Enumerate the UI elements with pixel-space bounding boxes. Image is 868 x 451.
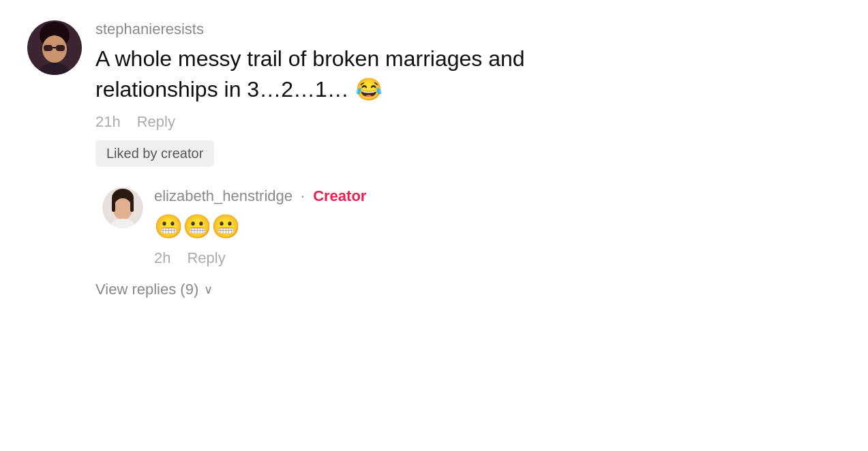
reply-button[interactable]: Reply bbox=[137, 113, 175, 131]
svg-point-9 bbox=[113, 198, 132, 220]
comment-text: A whole messy trail of broken marriages … bbox=[95, 44, 641, 105]
creator-badge: Creator bbox=[313, 187, 366, 205]
view-replies-text: View replies (9) bbox=[95, 281, 198, 298]
comment-thread: stephanieresists A whole messy trail of … bbox=[27, 20, 641, 305]
reply-meta: 2h Reply bbox=[154, 249, 641, 267]
view-replies-button[interactable]: View replies (9) ∨ bbox=[95, 281, 641, 298]
svg-rect-4 bbox=[56, 45, 65, 51]
reply-item: elizabeth_henstridge · Creator 😬😬😬 2h Re… bbox=[102, 187, 641, 268]
dot-separator: · bbox=[301, 187, 305, 205]
replies-section: elizabeth_henstridge · Creator 😬😬😬 2h Re… bbox=[95, 187, 641, 268]
main-comment: stephanieresists A whole messy trail of … bbox=[27, 20, 641, 298]
reply-username: elizabeth_henstridge bbox=[154, 187, 293, 205]
comment-body: stephanieresists A whole messy trail of … bbox=[95, 20, 641, 298]
comment-time: 21h bbox=[95, 113, 121, 131]
avatar bbox=[27, 20, 82, 75]
reply-username-line: elizabeth_henstridge · Creator bbox=[154, 187, 641, 205]
comment-meta: 21h Reply bbox=[95, 113, 641, 131]
chevron-down-icon: ∨ bbox=[204, 282, 213, 297]
reply-time: 2h bbox=[154, 249, 170, 267]
comment-emoji: 😂 bbox=[355, 77, 383, 102]
svg-rect-3 bbox=[44, 45, 53, 51]
reply-text: 😬😬😬 bbox=[154, 211, 641, 243]
commenter-username: stephanieresists bbox=[95, 20, 641, 38]
reply-reply-button[interactable]: Reply bbox=[187, 249, 225, 267]
svg-rect-12 bbox=[130, 200, 134, 212]
svg-rect-11 bbox=[112, 200, 115, 212]
liked-by-creator-badge: Liked by creator bbox=[95, 140, 214, 167]
reply-body: elizabeth_henstridge · Creator 😬😬😬 2h Re… bbox=[154, 187, 641, 268]
reply-avatar bbox=[102, 187, 143, 228]
